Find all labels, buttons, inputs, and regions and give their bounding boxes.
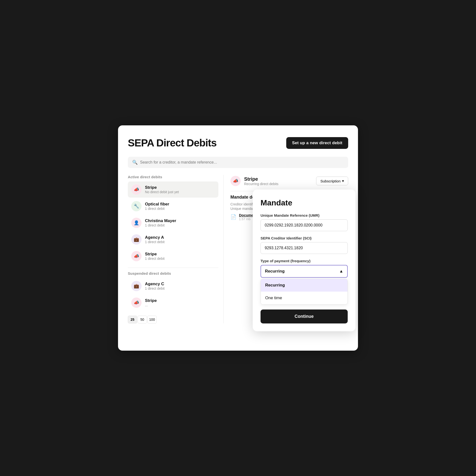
app-window: SEPA Direct Debits Set up a new direct d… (118, 125, 358, 351)
debit-sub: 1 direct debit (145, 207, 169, 211)
left-panel: Active direct debits 📣 Stripe No direct … (128, 175, 223, 323)
debit-name: Stripe (145, 185, 179, 190)
dropdown-list: Recurring One time (260, 279, 348, 305)
avatar: 👤 (131, 218, 141, 228)
page-btn-25[interactable]: 25 (128, 316, 137, 323)
page-title: SEPA Direct Debits (128, 137, 217, 149)
list-item[interactable]: 📣 Stripe 1 direct debit (128, 248, 218, 264)
debit-sub: 1 direct debit (145, 223, 176, 227)
dropdown-trigger[interactable]: Recurring ▲ (260, 265, 348, 278)
debit-sub: 1 direct debit (145, 240, 165, 244)
main-content: Active direct debits 📣 Stripe No direct … (128, 175, 348, 323)
debit-sub: 1 direct debit (145, 257, 165, 260)
chevron-down-icon: ▾ (342, 179, 344, 183)
list-item[interactable]: 💼 Agency C 1 direct debit (128, 278, 218, 294)
avatar: 🔧 (131, 201, 141, 211)
new-debit-button[interactable]: Set up a new direct debit (286, 137, 348, 149)
header: SEPA Direct Debits Set up a new direct d… (128, 137, 348, 149)
page-btn-100[interactable]: 100 (147, 316, 157, 323)
list-item[interactable]: 👤 Christina Mayer 1 direct debit (128, 215, 218, 231)
avatar: 💼 (131, 281, 141, 291)
document-icon: 📄 (230, 214, 237, 220)
mandate-modal: Mandate Unique Mandate Reference (UMR) S… (253, 189, 356, 331)
debit-name: Stripe (145, 298, 157, 303)
selected-option-label: Recurring (265, 269, 285, 274)
subscription-label: Subscription (320, 179, 340, 183)
search-icon: 🔍 (132, 160, 138, 165)
stripe-header: 📣 Stripe Recurring direct debits Subscri… (230, 176, 348, 186)
dropdown-option-recurring[interactable]: Recurring (261, 279, 347, 292)
umr-field-label: Unique Mandate Reference (UMR) (260, 213, 348, 218)
debit-sub: 1 direct debit (145, 287, 165, 290)
avatar: 📣 (131, 251, 141, 261)
stripe-info: 📣 Stripe Recurring direct debits (230, 176, 278, 186)
avatar: 💼 (131, 234, 141, 245)
stripe-sub: Recurring direct debits (244, 182, 278, 186)
sci-field-label: SEPA Creditor Identifier (SCI) (260, 236, 348, 240)
debit-sub: No direct debit just yet (145, 190, 179, 194)
stripe-name: Stripe (244, 176, 278, 182)
payment-type-dropdown: Recurring ▲ Recurring One time (260, 265, 348, 305)
payment-type-label: Type of payment (frequency) (260, 259, 348, 263)
suspended-section-label: Suspended direct debits (128, 271, 218, 275)
page-btn-50[interactable]: 50 (138, 316, 147, 323)
chevron-up-icon: ▲ (339, 269, 343, 274)
list-item[interactable]: 📣 Stripe No direct debit just yet (128, 181, 218, 198)
debit-name: Christina Mayer (145, 218, 176, 223)
search-input[interactable] (140, 160, 344, 165)
debit-name: Agency A (145, 235, 165, 240)
divider (128, 268, 218, 268)
active-debit-list: 📣 Stripe No direct debit just yet 🔧 Opti… (128, 181, 218, 264)
list-item[interactable]: 📣 Stripe ... (128, 295, 218, 311)
active-section-label: Active direct debits (128, 175, 218, 179)
list-item[interactable]: 💼 Agency A 1 direct debit (128, 231, 218, 248)
suspended-debit-list: 💼 Agency C 1 direct debit 📣 Stripe ... (128, 278, 218, 311)
umr-input[interactable] (260, 219, 348, 231)
search-bar: 🔍 (128, 157, 348, 168)
subscription-button[interactable]: Subscription ▾ (316, 177, 348, 185)
list-item[interactable]: 🔧 Optical fiber 1 direct debit (128, 198, 218, 214)
debit-name: Stripe (145, 252, 165, 257)
debit-sub: ... (145, 303, 157, 307)
debit-name: Agency C (145, 282, 165, 287)
modal-title: Mandate (260, 198, 348, 207)
avatar: 📣 (131, 184, 141, 195)
pagination: 25 50 100 (128, 316, 218, 323)
debit-name: Optical fiber (145, 202, 169, 207)
continue-button[interactable]: Continue (260, 309, 348, 323)
avatar: 📣 (131, 298, 141, 308)
dropdown-option-onetime[interactable]: One time (261, 292, 347, 304)
right-panel: 📣 Stripe Recurring direct debits Subscri… (223, 175, 348, 323)
stripe-avatar: 📣 (230, 176, 241, 186)
sci-input[interactable] (260, 242, 348, 254)
